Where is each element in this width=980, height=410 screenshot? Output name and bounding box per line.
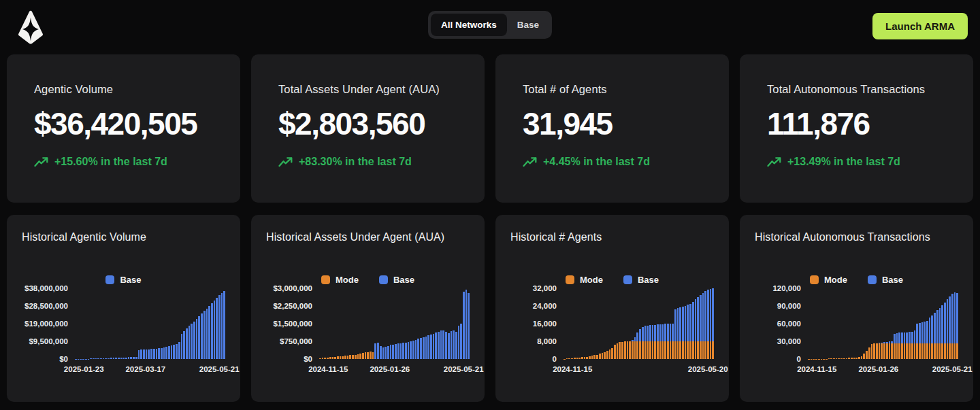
bar bbox=[181, 288, 183, 359]
base-bar-segment bbox=[387, 346, 389, 359]
bar bbox=[578, 288, 581, 359]
mode-bar-segment bbox=[939, 343, 941, 359]
bar bbox=[682, 288, 684, 359]
bar bbox=[148, 288, 150, 359]
mode-bar-segment bbox=[838, 358, 840, 359]
stat-card-total-agents: Total # of Agents 31,945 +4.45% in the l… bbox=[495, 54, 729, 203]
chart-card-aua: Historical Assets Under Agent (AUA) Mode… bbox=[251, 215, 485, 402]
mode-bar-segment bbox=[617, 343, 619, 359]
base-bar-segment bbox=[695, 299, 697, 341]
chart-body: $3,000,000$2,250,000$1,500,000$750,000$0 bbox=[266, 288, 470, 359]
bar bbox=[947, 288, 949, 359]
bar bbox=[677, 288, 679, 359]
bar bbox=[644, 288, 647, 359]
mode-bar-segment bbox=[868, 347, 870, 359]
mode-bar-segment bbox=[357, 354, 359, 359]
y-tick-label: $0 bbox=[304, 355, 312, 363]
base-bar-segment bbox=[692, 302, 694, 342]
mode-bar-segment bbox=[591, 356, 593, 359]
mode-bar-segment bbox=[853, 358, 855, 359]
base-bar-segment bbox=[435, 332, 437, 359]
mode-bar-segment bbox=[926, 343, 928, 359]
network-toggle-all-networks[interactable]: All Networks bbox=[431, 14, 507, 36]
bar bbox=[568, 288, 570, 359]
mode-bar-segment bbox=[712, 341, 714, 359]
network-toggle-base[interactable]: Base bbox=[507, 14, 549, 36]
bar bbox=[667, 288, 669, 359]
base-bar-segment bbox=[206, 309, 208, 359]
bar bbox=[385, 288, 387, 359]
bar bbox=[896, 288, 898, 359]
y-tick-label: $750,000 bbox=[280, 337, 312, 345]
mode-bar-segment bbox=[639, 341, 641, 359]
bar bbox=[408, 288, 410, 359]
mode-bar-segment bbox=[596, 355, 598, 360]
base-bar-segment bbox=[649, 325, 651, 341]
arma-pyramid-star-icon[interactable] bbox=[18, 10, 44, 45]
bar bbox=[402, 288, 404, 359]
bar-chart-transactions: ModeBase120,00090,00060,00030,00002024-1… bbox=[755, 273, 958, 375]
trending-up-icon bbox=[767, 156, 781, 168]
base-bar-segment bbox=[165, 347, 167, 359]
bar bbox=[153, 288, 155, 359]
x-tick-label: 2025-01-26 bbox=[858, 365, 898, 373]
mode-bar-segment bbox=[611, 348, 613, 359]
bar bbox=[566, 288, 568, 359]
bar bbox=[203, 288, 206, 359]
bar bbox=[198, 288, 200, 359]
bar bbox=[886, 288, 888, 359]
mode-bar-segment bbox=[692, 341, 694, 359]
bar bbox=[659, 288, 662, 359]
legend-swatch-icon bbox=[105, 275, 114, 284]
bar bbox=[906, 288, 908, 359]
base-bar-segment bbox=[659, 324, 662, 341]
base-bar-segment bbox=[218, 295, 220, 359]
mode-bar-segment bbox=[941, 343, 943, 359]
mode-bar-segment bbox=[642, 341, 644, 359]
base-bar-segment bbox=[672, 324, 674, 341]
base-bar-segment bbox=[148, 349, 150, 360]
bar bbox=[871, 288, 873, 359]
bar bbox=[451, 288, 453, 359]
bar bbox=[851, 288, 853, 359]
mode-bar-segment bbox=[619, 342, 621, 359]
bar bbox=[206, 288, 208, 359]
mode-bar-segment bbox=[654, 341, 656, 359]
mode-bar-segment bbox=[909, 343, 911, 359]
bar bbox=[100, 288, 102, 359]
bar bbox=[118, 288, 120, 359]
bar bbox=[120, 288, 122, 359]
mode-bar-segment bbox=[670, 341, 672, 359]
base-bar-segment bbox=[440, 330, 442, 359]
chart-card-agentic-volume: Historical Agentic Volume Base$38,000,00… bbox=[7, 215, 240, 402]
top-bar: All Networks Base Launch ARMA bbox=[0, 0, 980, 54]
chart-card-transactions: Historical Autonomous Transactions ModeB… bbox=[740, 215, 973, 402]
mode-bar-segment bbox=[855, 358, 858, 359]
mode-bar-segment bbox=[931, 343, 933, 359]
base-bar-segment bbox=[906, 332, 908, 343]
base-bar-segment bbox=[702, 293, 704, 342]
mode-bar-segment bbox=[843, 358, 845, 359]
x-axis: 2025-01-232025-03-172025-05-21 bbox=[75, 365, 225, 375]
bar bbox=[687, 288, 689, 359]
launch-arma-button[interactable]: Launch ARMA bbox=[872, 13, 968, 39]
bar bbox=[329, 288, 331, 359]
legend-item-mode: Mode bbox=[566, 275, 603, 285]
mode-bar-segment bbox=[894, 343, 896, 359]
mode-bar-segment bbox=[677, 341, 679, 359]
mode-bar-segment bbox=[685, 341, 687, 359]
bar bbox=[332, 288, 334, 359]
base-bar-segment bbox=[385, 347, 387, 359]
base-bar-segment bbox=[442, 330, 444, 359]
base-bar-segment bbox=[196, 319, 198, 359]
base-bar-segment bbox=[181, 334, 183, 359]
bar bbox=[327, 288, 329, 359]
bar bbox=[156, 288, 158, 359]
base-bar-segment bbox=[211, 303, 213, 359]
mode-bar-segment bbox=[896, 343, 898, 359]
y-tick-label: $9,500,000 bbox=[29, 337, 68, 345]
bar bbox=[632, 288, 634, 359]
mode-bar-segment bbox=[659, 341, 662, 359]
base-bar-segment bbox=[468, 293, 470, 359]
bar bbox=[143, 288, 145, 359]
